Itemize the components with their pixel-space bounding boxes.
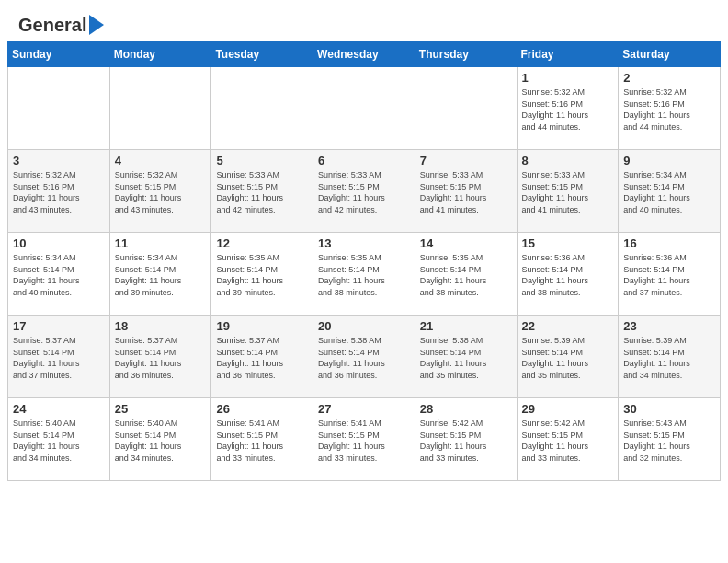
day-number: 14 <box>420 236 512 250</box>
day-number: 1 <box>522 71 614 85</box>
calendar-day-cell <box>415 67 517 150</box>
day-number: 27 <box>318 402 410 416</box>
day-number: 18 <box>115 319 207 333</box>
day-number: 12 <box>216 236 308 250</box>
calendar-day-cell: 5Sunrise: 5:33 AM Sunset: 5:15 PM Daylig… <box>211 150 313 233</box>
weekday-header-cell: Friday <box>517 42 619 67</box>
day-number: 20 <box>318 319 410 333</box>
day-number: 19 <box>216 319 308 333</box>
day-info: Sunrise: 5:33 AM Sunset: 5:15 PM Dayligh… <box>216 169 308 215</box>
day-info: Sunrise: 5:32 AM Sunset: 5:16 PM Dayligh… <box>13 169 105 215</box>
day-info: Sunrise: 5:38 AM Sunset: 5:14 PM Dayligh… <box>420 335 512 381</box>
day-number: 23 <box>623 319 715 333</box>
day-info: Sunrise: 5:34 AM Sunset: 5:14 PM Dayligh… <box>13 252 105 298</box>
calendar-day-cell: 12Sunrise: 5:35 AM Sunset: 5:14 PM Dayli… <box>211 233 313 316</box>
day-number: 24 <box>13 402 105 416</box>
calendar-day-cell <box>109 67 211 150</box>
calendar-week-row: 10Sunrise: 5:34 AM Sunset: 5:14 PM Dayli… <box>8 233 721 316</box>
logo-general: General <box>18 15 86 36</box>
day-number: 8 <box>522 154 614 167</box>
day-number: 11 <box>115 236 207 250</box>
calendar-day-cell: 7Sunrise: 5:33 AM Sunset: 5:15 PM Daylig… <box>415 150 517 233</box>
calendar-day-cell: 4Sunrise: 5:32 AM Sunset: 5:15 PM Daylig… <box>109 150 211 233</box>
calendar-day-cell: 28Sunrise: 5:42 AM Sunset: 5:15 PM Dayli… <box>415 398 517 481</box>
day-number: 22 <box>522 319 614 333</box>
day-info: Sunrise: 5:33 AM Sunset: 5:15 PM Dayligh… <box>522 169 614 215</box>
calendar-day-cell: 15Sunrise: 5:36 AM Sunset: 5:14 PM Dayli… <box>517 233 619 316</box>
calendar-day-cell <box>211 67 313 150</box>
day-info: Sunrise: 5:35 AM Sunset: 5:14 PM Dayligh… <box>420 252 512 298</box>
day-info: Sunrise: 5:33 AM Sunset: 5:15 PM Dayligh… <box>318 169 410 215</box>
calendar-day-cell: 9Sunrise: 5:34 AM Sunset: 5:14 PM Daylig… <box>619 150 721 233</box>
calendar-day-cell: 13Sunrise: 5:35 AM Sunset: 5:14 PM Dayli… <box>313 233 415 316</box>
calendar-day-cell: 10Sunrise: 5:34 AM Sunset: 5:14 PM Dayli… <box>8 233 110 316</box>
calendar-day-cell: 27Sunrise: 5:41 AM Sunset: 5:15 PM Dayli… <box>313 398 415 481</box>
day-number: 9 <box>623 154 715 167</box>
day-number: 4 <box>115 154 207 167</box>
day-number: 26 <box>216 402 308 416</box>
logo: General <box>18 15 104 34</box>
calendar-day-cell <box>313 67 415 150</box>
day-info: Sunrise: 5:37 AM Sunset: 5:14 PM Dayligh… <box>216 335 308 381</box>
day-info: Sunrise: 5:40 AM Sunset: 5:14 PM Dayligh… <box>115 418 207 464</box>
calendar-week-row: 1Sunrise: 5:32 AM Sunset: 5:16 PM Daylig… <box>8 67 721 150</box>
calendar-day-cell: 19Sunrise: 5:37 AM Sunset: 5:14 PM Dayli… <box>211 316 313 398</box>
weekday-header-cell: Wednesday <box>313 42 415 67</box>
calendar-day-cell: 6Sunrise: 5:33 AM Sunset: 5:15 PM Daylig… <box>313 150 415 233</box>
day-info: Sunrise: 5:32 AM Sunset: 5:16 PM Dayligh… <box>522 86 614 132</box>
calendar-day-cell <box>8 67 110 150</box>
calendar-day-cell: 30Sunrise: 5:43 AM Sunset: 5:15 PM Dayli… <box>619 398 721 481</box>
weekday-header-cell: Saturday <box>619 42 721 67</box>
day-number: 15 <box>522 236 614 250</box>
logo-arrow-icon <box>89 15 104 35</box>
calendar-day-cell: 29Sunrise: 5:42 AM Sunset: 5:15 PM Dayli… <box>517 398 619 481</box>
day-info: Sunrise: 5:39 AM Sunset: 5:14 PM Dayligh… <box>522 335 614 381</box>
calendar-day-cell: 18Sunrise: 5:37 AM Sunset: 5:14 PM Dayli… <box>109 316 211 398</box>
calendar-week-row: 24Sunrise: 5:40 AM Sunset: 5:14 PM Dayli… <box>8 398 721 481</box>
calendar-day-cell: 25Sunrise: 5:40 AM Sunset: 5:14 PM Dayli… <box>109 398 211 481</box>
calendar-week-row: 17Sunrise: 5:37 AM Sunset: 5:14 PM Dayli… <box>8 316 721 398</box>
weekday-header-cell: Tuesday <box>211 42 313 67</box>
calendar-day-cell: 16Sunrise: 5:36 AM Sunset: 5:14 PM Dayli… <box>619 233 721 316</box>
day-number: 3 <box>13 154 105 167</box>
day-number: 13 <box>318 236 410 250</box>
day-info: Sunrise: 5:43 AM Sunset: 5:15 PM Dayligh… <box>623 418 715 464</box>
day-info: Sunrise: 5:32 AM Sunset: 5:16 PM Dayligh… <box>623 86 715 132</box>
calendar-day-cell: 21Sunrise: 5:38 AM Sunset: 5:14 PM Dayli… <box>415 316 517 398</box>
calendar-day-cell: 2Sunrise: 5:32 AM Sunset: 5:16 PM Daylig… <box>619 67 721 150</box>
day-number: 6 <box>318 154 410 167</box>
day-number: 10 <box>13 236 105 250</box>
day-info: Sunrise: 5:35 AM Sunset: 5:14 PM Dayligh… <box>318 252 410 298</box>
day-info: Sunrise: 5:39 AM Sunset: 5:14 PM Dayligh… <box>623 335 715 381</box>
calendar-day-cell: 14Sunrise: 5:35 AM Sunset: 5:14 PM Dayli… <box>415 233 517 316</box>
weekday-header-cell: Monday <box>109 42 211 67</box>
calendar-body: 1Sunrise: 5:32 AM Sunset: 5:16 PM Daylig… <box>8 67 721 481</box>
day-info: Sunrise: 5:33 AM Sunset: 5:15 PM Dayligh… <box>420 169 512 215</box>
calendar-day-cell: 26Sunrise: 5:41 AM Sunset: 5:15 PM Dayli… <box>211 398 313 481</box>
day-info: Sunrise: 5:41 AM Sunset: 5:15 PM Dayligh… <box>216 418 308 464</box>
calendar-week-row: 3Sunrise: 5:32 AM Sunset: 5:16 PM Daylig… <box>8 150 721 233</box>
day-number: 5 <box>216 154 308 167</box>
day-number: 29 <box>522 402 614 416</box>
day-number: 7 <box>420 154 512 167</box>
day-number: 16 <box>623 236 715 250</box>
day-info: Sunrise: 5:36 AM Sunset: 5:14 PM Dayligh… <box>522 252 614 298</box>
day-number: 17 <box>13 319 105 333</box>
day-info: Sunrise: 5:42 AM Sunset: 5:15 PM Dayligh… <box>522 418 614 464</box>
weekday-header-row: SundayMondayTuesdayWednesdayThursdayFrid… <box>8 42 721 67</box>
day-info: Sunrise: 5:38 AM Sunset: 5:14 PM Dayligh… <box>318 335 410 381</box>
calendar-day-cell: 1Sunrise: 5:32 AM Sunset: 5:16 PM Daylig… <box>517 67 619 150</box>
calendar-day-cell: 20Sunrise: 5:38 AM Sunset: 5:14 PM Dayli… <box>313 316 415 398</box>
day-number: 2 <box>623 71 715 85</box>
day-info: Sunrise: 5:40 AM Sunset: 5:14 PM Dayligh… <box>13 418 105 464</box>
weekday-header-cell: Sunday <box>8 42 110 67</box>
day-info: Sunrise: 5:34 AM Sunset: 5:14 PM Dayligh… <box>115 252 207 298</box>
calendar-day-cell: 24Sunrise: 5:40 AM Sunset: 5:14 PM Dayli… <box>8 398 110 481</box>
day-info: Sunrise: 5:42 AM Sunset: 5:15 PM Dayligh… <box>420 418 512 464</box>
day-number: 28 <box>420 402 512 416</box>
day-info: Sunrise: 5:37 AM Sunset: 5:14 PM Dayligh… <box>13 335 105 381</box>
day-number: 30 <box>623 402 715 416</box>
calendar-day-cell: 8Sunrise: 5:33 AM Sunset: 5:15 PM Daylig… <box>517 150 619 233</box>
day-info: Sunrise: 5:35 AM Sunset: 5:14 PM Dayligh… <box>216 252 308 298</box>
page-header: General <box>0 0 728 41</box>
